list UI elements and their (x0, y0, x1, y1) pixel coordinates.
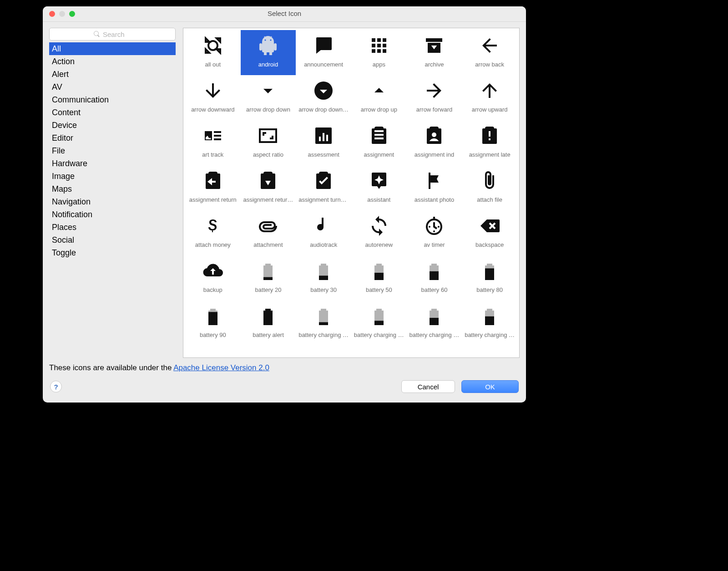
svg-point-3 (432, 133, 436, 137)
icon-label: aspect ratio (253, 151, 283, 158)
category-item[interactable]: All (49, 42, 176, 55)
category-item[interactable]: Editor (49, 132, 176, 144)
sidebar: AllActionAlertAVCommunicationContentDevi… (49, 28, 176, 358)
icon-cell[interactable]: av timer (407, 210, 462, 255)
battery-icon (422, 259, 446, 283)
icon-label: audiotrack (310, 241, 337, 248)
icon-cell[interactable]: battery charging 50 (407, 301, 462, 346)
arrow-drop-down-circle-icon (312, 79, 335, 102)
icon-label: battery charging 30 (354, 331, 404, 338)
ok-button[interactable]: OK (461, 380, 519, 393)
icon-label: battery 90 (200, 331, 226, 338)
dialog-footer: ? Cancel OK (43, 374, 526, 403)
icon-cell[interactable]: arrow upward (462, 75, 517, 120)
icon-label: attach money (195, 241, 231, 248)
autorenew-icon (367, 214, 391, 238)
icon-cell[interactable]: android (241, 30, 296, 75)
assignment-ind-icon (422, 124, 446, 148)
titlebar: Select Icon (43, 6, 526, 22)
icon-cell[interactable]: battery charging 20 (296, 301, 351, 346)
icon-cell[interactable]: assistant photo (407, 165, 462, 210)
allout-icon (201, 34, 225, 57)
announcement-icon (312, 34, 335, 57)
cancel-button[interactable]: Cancel (401, 380, 455, 393)
icon-cell[interactable]: attachment (241, 210, 296, 255)
icon-label: battery 60 (421, 286, 448, 293)
icon-cell[interactable]: battery charging 60 (462, 301, 517, 346)
icon-cell[interactable]: assignment returned (241, 165, 296, 210)
battery-icon (312, 259, 335, 283)
svg-rect-13 (208, 312, 217, 325)
audiotrack-icon (312, 214, 335, 238)
icon-label: battery 80 (476, 286, 503, 293)
category-item[interactable]: Device (49, 119, 176, 132)
category-item[interactable]: Communication (49, 93, 176, 106)
icon-cell[interactable]: arrow drop down (241, 75, 296, 120)
icon-cell[interactable]: aspect ratio (241, 120, 296, 165)
icon-cell[interactable]: arrow downward (185, 75, 241, 120)
icon-cell[interactable]: autorenew (351, 210, 407, 255)
icon-cell[interactable]: backup (185, 255, 241, 301)
icon-cell[interactable]: battery 50 (351, 255, 407, 301)
search-icon (94, 31, 100, 37)
icon-cell[interactable]: assessment (296, 120, 351, 165)
category-item[interactable]: Toggle (49, 246, 176, 259)
icon-cell[interactable]: archive (407, 30, 462, 75)
icon-cell[interactable]: audiotrack (296, 210, 351, 255)
icon-cell[interactable]: attach money (185, 210, 241, 255)
assignment-return-icon (201, 169, 225, 193)
category-item[interactable]: Places (49, 221, 176, 234)
svg-point-6 (438, 226, 440, 228)
category-item[interactable]: Maps (49, 183, 176, 195)
icon-label: assistant (367, 196, 390, 203)
svg-rect-16 (430, 318, 439, 325)
icon-cell[interactable]: assignment turned in (296, 165, 351, 210)
icon-cell[interactable]: backspace (462, 210, 517, 255)
icon-label: battery charging 60 (465, 331, 515, 338)
icon-cell[interactable]: attach file (462, 165, 517, 210)
icon-cell[interactable]: battery 80 (462, 255, 517, 301)
search-input[interactable] (102, 30, 131, 39)
license-link[interactable]: Apache License Version 2.0 (173, 363, 269, 372)
icon-cell[interactable]: battery charging 30 (351, 301, 407, 346)
icon-label: battery charging 20 (298, 331, 349, 338)
category-item[interactable]: Notification (49, 208, 176, 221)
category-item[interactable]: Action (49, 55, 176, 68)
icon-cell[interactable]: assignment late (462, 120, 517, 165)
help-button[interactable]: ? (50, 381, 62, 393)
icon-cell[interactable]: assignment ind (407, 120, 462, 165)
icon-cell[interactable]: assistant (351, 165, 407, 210)
category-item[interactable]: Navigation (49, 195, 176, 208)
category-item[interactable]: Image (49, 170, 176, 183)
icon-label: art track (202, 151, 223, 158)
icon-cell[interactable]: all out (185, 30, 241, 75)
category-item[interactable]: Content (49, 106, 176, 119)
category-item[interactable]: AV (49, 81, 176, 93)
icon-cell[interactable]: announcement (296, 30, 351, 75)
icon-cell[interactable]: battery alert (241, 301, 296, 346)
category-item[interactable]: Social (49, 234, 176, 246)
icon-cell[interactable]: battery 60 (407, 255, 462, 301)
icon-cell[interactable]: assignment (351, 120, 407, 165)
svg-rect-14 (319, 322, 328, 325)
icon-cell[interactable]: art track (185, 120, 241, 165)
icon-cell[interactable]: assignment return (185, 165, 241, 210)
category-item[interactable]: Alert (49, 68, 176, 81)
icon-cell[interactable]: battery 30 (296, 255, 351, 301)
category-item[interactable]: Hardware (49, 157, 176, 170)
icon-cell[interactable]: arrow forward (407, 75, 462, 120)
icon-cell[interactable]: apps (351, 30, 407, 75)
category-item[interactable]: File (49, 144, 176, 157)
icon-label: assignment ind (415, 151, 454, 158)
icon-label: assignment return (189, 196, 237, 203)
icon-cell[interactable]: battery 90 (185, 301, 241, 346)
icon-cell[interactable]: arrow drop up (351, 75, 407, 120)
icon-cell[interactable]: arrow back (462, 30, 517, 75)
icon-cell[interactable]: arrow drop down circle (296, 75, 351, 120)
icon-cell[interactable]: battery 20 (241, 255, 296, 301)
icon-label: attach file (477, 196, 502, 203)
icon-label: arrow forward (416, 106, 452, 113)
apps-icon (367, 34, 391, 57)
backup-icon (201, 259, 225, 283)
search-field[interactable] (49, 28, 176, 41)
